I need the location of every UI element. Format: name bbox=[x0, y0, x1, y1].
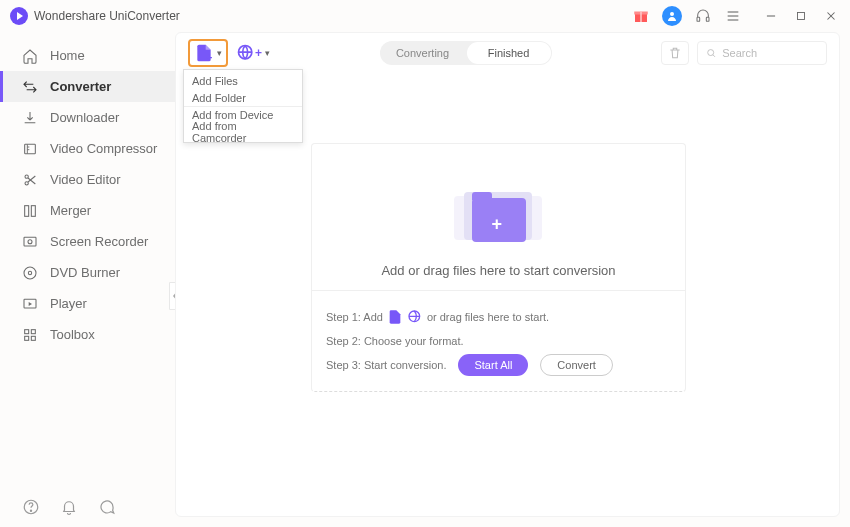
profile-avatar-icon[interactable] bbox=[662, 6, 682, 26]
toolbar: + ▾ + ▾ Converting Finished bbox=[176, 33, 839, 73]
add-url-button[interactable]: + ▾ bbox=[236, 43, 270, 63]
svg-point-20 bbox=[24, 267, 36, 279]
search-input[interactable] bbox=[722, 47, 818, 59]
sidebar-item-video-editor[interactable]: Video Editor bbox=[0, 164, 175, 195]
dropdown-item-add-folder[interactable]: Add Folder bbox=[184, 89, 302, 106]
titlebar: Wondershare UniConverter bbox=[0, 0, 850, 32]
sidebar-item-player[interactable]: Player bbox=[0, 288, 175, 319]
merge-icon bbox=[22, 203, 38, 219]
sidebar-item-home[interactable]: Home bbox=[0, 40, 175, 71]
svg-rect-10 bbox=[798, 13, 805, 20]
sidebar-bottom bbox=[0, 487, 175, 527]
disc-icon bbox=[22, 265, 38, 281]
conversion-tabs: Converting Finished bbox=[380, 41, 552, 65]
home-icon bbox=[22, 48, 38, 64]
sidebar-item-label: Video Compressor bbox=[50, 141, 157, 156]
svg-rect-17 bbox=[31, 205, 35, 216]
file-plus-icon bbox=[387, 309, 403, 325]
minimize-icon[interactable] bbox=[762, 7, 780, 25]
tab-converting[interactable]: Converting bbox=[380, 41, 466, 65]
steps-panel: Step 1: Add or drag files here to start.… bbox=[312, 290, 685, 391]
menu-icon[interactable] bbox=[724, 7, 742, 25]
svg-rect-24 bbox=[31, 329, 35, 333]
sidebar-item-toolbox[interactable]: Toolbox bbox=[0, 319, 175, 350]
svg-point-31 bbox=[708, 50, 714, 56]
step-2: Step 2: Choose your format. bbox=[326, 329, 671, 353]
help-icon[interactable] bbox=[22, 498, 40, 516]
sidebar-item-label: Screen Recorder bbox=[50, 234, 148, 249]
sidebar: HomeConverterDownloaderVideo CompressorV… bbox=[0, 32, 175, 527]
svg-rect-18 bbox=[24, 237, 36, 246]
close-icon[interactable] bbox=[822, 7, 840, 25]
sidebar-item-label: Home bbox=[50, 48, 85, 63]
bell-icon[interactable] bbox=[60, 498, 78, 516]
svg-rect-26 bbox=[31, 336, 35, 340]
svg-point-19 bbox=[28, 239, 32, 243]
drop-zone-text: Add or drag files here to start conversi… bbox=[381, 263, 615, 278]
record-icon bbox=[22, 234, 38, 250]
play-icon bbox=[22, 296, 38, 312]
sidebar-item-dvd-burner[interactable]: DVD Burner bbox=[0, 257, 175, 288]
headset-icon[interactable] bbox=[694, 7, 712, 25]
sidebar-item-label: Toolbox bbox=[50, 327, 95, 342]
search-icon bbox=[706, 47, 716, 59]
folder-plus-icon: + bbox=[454, 174, 544, 249]
sidebar-item-label: Downloader bbox=[50, 110, 119, 125]
svg-rect-16 bbox=[25, 205, 29, 216]
download-icon bbox=[22, 110, 38, 126]
convert-button[interactable]: Convert bbox=[540, 354, 613, 376]
svg-point-15 bbox=[25, 181, 28, 184]
dropdown-item-add-from-camcorder[interactable]: Add from Camcorder bbox=[184, 123, 302, 140]
convert-icon bbox=[22, 79, 38, 95]
sidebar-item-label: Merger bbox=[50, 203, 91, 218]
sidebar-item-downloader[interactable]: Downloader bbox=[0, 102, 175, 133]
gift-icon[interactable] bbox=[632, 7, 650, 25]
svg-point-3 bbox=[670, 12, 674, 16]
svg-rect-13 bbox=[25, 144, 36, 153]
svg-rect-23 bbox=[25, 329, 29, 333]
sidebar-item-screen-recorder[interactable]: Screen Recorder bbox=[0, 226, 175, 257]
svg-point-28 bbox=[30, 510, 31, 511]
chat-icon[interactable] bbox=[98, 498, 116, 516]
start-all-button[interactable]: Start All bbox=[458, 354, 528, 376]
scissors-icon bbox=[22, 172, 38, 188]
trash-button[interactable] bbox=[661, 41, 689, 65]
sidebar-item-label: DVD Burner bbox=[50, 265, 120, 280]
sidebar-item-label: Player bbox=[50, 296, 87, 311]
svg-rect-25 bbox=[25, 336, 29, 340]
step-1: Step 1: Add or drag files here to start. bbox=[326, 305, 671, 329]
sidebar-item-merger[interactable]: Merger bbox=[0, 195, 175, 226]
app-title: Wondershare UniConverter bbox=[34, 9, 180, 23]
grid-icon bbox=[22, 327, 38, 343]
main-panel: + ▾ + ▾ Converting Finished Add FilesAdd… bbox=[175, 32, 840, 517]
app-logo: Wondershare UniConverter bbox=[10, 7, 180, 25]
sidebar-item-converter[interactable]: Converter bbox=[0, 71, 175, 102]
maximize-icon[interactable] bbox=[792, 7, 810, 25]
globe-plus-icon bbox=[407, 309, 423, 325]
add-files-button[interactable]: + ▾ bbox=[188, 39, 228, 67]
tab-finished[interactable]: Finished bbox=[467, 42, 551, 64]
svg-rect-2 bbox=[640, 12, 642, 23]
compress-icon bbox=[22, 141, 38, 157]
add-files-dropdown: Add FilesAdd FolderAdd from DeviceAdd fr… bbox=[183, 69, 303, 143]
logo-icon bbox=[10, 7, 28, 25]
chevron-down-icon: ▾ bbox=[217, 48, 222, 58]
titlebar-buttons bbox=[632, 6, 840, 26]
sidebar-item-video-compressor[interactable]: Video Compressor bbox=[0, 133, 175, 164]
search-box[interactable] bbox=[697, 41, 827, 65]
svg-line-32 bbox=[713, 55, 715, 57]
step-3: Step 3: Start conversion. Start All Conv… bbox=[326, 353, 671, 377]
svg-point-21 bbox=[28, 271, 31, 274]
svg-point-14 bbox=[25, 175, 28, 178]
content-card: + Add or drag files here to start conver… bbox=[311, 143, 686, 392]
svg-rect-5 bbox=[706, 17, 709, 21]
chevron-down-icon: ▾ bbox=[265, 48, 270, 58]
drop-zone[interactable]: + Add or drag files here to start conver… bbox=[312, 144, 685, 290]
sidebar-item-label: Converter bbox=[50, 79, 111, 94]
sidebar-item-label: Video Editor bbox=[50, 172, 121, 187]
dropdown-item-add-files[interactable]: Add Files bbox=[184, 72, 302, 89]
svg-text:+: + bbox=[207, 52, 213, 63]
svg-rect-4 bbox=[697, 17, 700, 21]
